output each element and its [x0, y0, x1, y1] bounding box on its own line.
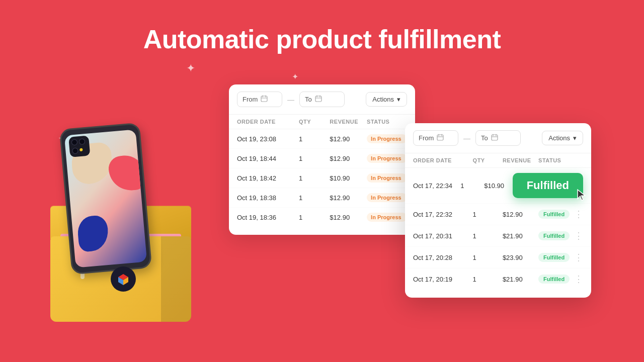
status-badge: In Progress [367, 193, 407, 202]
table-header-2: ORDER DATE QTY REVENUE STATUS [405, 153, 591, 168]
order-date: Oct 19, 18:38 [237, 194, 299, 202]
status-badge: In Progress [367, 134, 407, 143]
status-badge: In Progress [367, 173, 407, 183]
svg-rect-3 [261, 96, 267, 102]
fulfilled-badge: Fulfilled [538, 210, 570, 219]
calendar-icon-2 [315, 95, 322, 104]
box-illustration [30, 60, 221, 342]
order-date: Oct 17, 20:31 [413, 232, 473, 240]
order-date: Oct 19, 18:42 [237, 174, 299, 182]
cursor-icon [576, 189, 587, 204]
filter-bar-1: From — To Ac [229, 84, 415, 115]
fulfilled-badge-large[interactable]: Fulfilled [513, 173, 583, 198]
actions-label-1: Actions [372, 96, 394, 103]
table-row: Oct 19, 18:38 1 $12.90 In Progress [229, 188, 415, 208]
order-qty: 1 [299, 194, 330, 202]
col-revenue-2: REVENUE [503, 157, 538, 163]
status-badge: In Progress [367, 154, 407, 163]
date-separator-1: — [287, 96, 294, 104]
orders-panel-2: From — To Ac [405, 123, 591, 298]
brand-cube-icon [116, 272, 130, 286]
table-row-highlighted: Oct 17, 22:34 1 $10.90 Fulfilled [405, 168, 591, 204]
col-order-date-1: ORDER DATE [237, 119, 299, 125]
box-body-shadow [161, 236, 191, 322]
brand-icon [111, 266, 136, 292]
order-revenue: $12.90 [330, 194, 367, 202]
col-revenue-1: REVENUE [330, 119, 367, 125]
fulfilled-badge: Fulfilled [538, 231, 570, 240]
order-date: Oct 17, 20:28 [413, 254, 473, 261]
camera-lens-1 [71, 139, 78, 145]
phone-blob-3 [76, 215, 110, 252]
more-options-icon[interactable]: ⋮ [574, 252, 583, 263]
more-options-icon[interactable]: ⋮ [574, 230, 583, 241]
col-status-2: STATUS [538, 157, 583, 163]
order-qty: 1 [299, 214, 330, 221]
order-revenue: $10.90 [484, 182, 512, 190]
phone-camera-module [68, 135, 90, 157]
order-revenue: $12.90 [330, 135, 367, 143]
status-cell: Fulfilled ⋮ [538, 274, 583, 285]
table-header-1: ORDER DATE QTY REVENUE STATUS [229, 115, 415, 129]
fulfilled-badge: Fulfilled [538, 253, 570, 262]
calendar-icon-4 [491, 134, 498, 142]
table-row: Oct 17, 22:32 1 $12.90 Fulfilled ⋮ [405, 204, 591, 225]
to-label-2: To [481, 134, 488, 142]
order-qty: 1 [473, 276, 503, 283]
order-revenue: $21.90 [503, 276, 538, 283]
status-badge: In Progress [367, 213, 407, 222]
sparkle-icon-3: ✦ [292, 73, 298, 81]
fulfilled-badge: Fulfilled [538, 275, 570, 284]
table-row: Oct 17, 20:31 1 $21.90 Fulfilled ⋮ [405, 225, 591, 247]
order-revenue: $23.90 [503, 254, 538, 261]
svg-rect-15 [492, 135, 498, 140]
svg-rect-7 [315, 96, 321, 102]
calendar-icon-3 [437, 134, 444, 142]
table-row: Oct 17, 20:28 1 $23.90 Fulfilled ⋮ [405, 247, 591, 268]
actions-button-2[interactable]: Actions ▾ [542, 131, 583, 145]
from-date-input-2[interactable]: From [413, 130, 458, 146]
from-label-2: From [419, 134, 434, 142]
order-qty: 1 [473, 254, 503, 261]
orders-panel-1: From — To Ac [229, 84, 415, 235]
page-title: Automatic product fulfillment [0, 24, 644, 54]
table-row: Oct 19, 18:36 1 $12.90 In Progress [229, 208, 415, 227]
status-cell: Fulfilled ⋮ [538, 252, 583, 263]
col-order-date-2: ORDER DATE [413, 157, 473, 163]
order-qty: 1 [299, 135, 330, 143]
order-revenue: $21.90 [503, 232, 538, 240]
phone-blob-2 [108, 154, 146, 192]
svg-rect-11 [437, 135, 443, 140]
fulfilled-tooltip-container: Fulfilled [513, 173, 583, 198]
actions-button-1[interactable]: Actions ▾ [366, 92, 407, 107]
date-separator-2: — [463, 134, 470, 142]
order-date: Oct 19, 18:44 [237, 155, 299, 162]
to-date-input-1[interactable]: To [299, 92, 345, 107]
order-qty: 1 [473, 232, 503, 240]
to-label-1: To [305, 96, 312, 103]
order-date: Oct 19, 23:08 [237, 135, 299, 143]
order-revenue: $12.90 [330, 214, 367, 221]
order-date: Oct 19, 18:36 [237, 214, 299, 221]
col-qty-2: QTY [473, 157, 503, 163]
to-date-input-2[interactable]: To [475, 130, 521, 146]
more-options-icon[interactable]: ⋮ [574, 274, 583, 285]
phone-device [59, 123, 152, 275]
from-label-1: From [243, 96, 258, 103]
order-qty: 1 [299, 174, 330, 182]
status-cell: Fulfilled ⋮ [538, 209, 583, 220]
camera-lens-2 [78, 138, 85, 145]
order-qty: 1 [299, 155, 330, 162]
table-row: Oct 19, 18:42 1 $10.90 In Progress [229, 168, 415, 188]
filter-bar-2: From — To Ac [405, 123, 591, 153]
chevron-down-icon-1: ▾ [397, 96, 400, 103]
order-revenue: $12.90 [330, 155, 367, 162]
table-row: Oct 19, 23:08 1 $12.90 In Progress [229, 129, 415, 149]
order-revenue: $10.90 [330, 174, 367, 182]
from-date-input-1[interactable]: From [237, 92, 282, 107]
chevron-down-icon-2: ▾ [573, 134, 577, 142]
order-qty: 1 [460, 182, 484, 190]
order-date: Oct 17, 22:34 [413, 182, 460, 190]
more-options-icon[interactable]: ⋮ [574, 209, 583, 220]
order-revenue: $12.90 [503, 211, 538, 218]
